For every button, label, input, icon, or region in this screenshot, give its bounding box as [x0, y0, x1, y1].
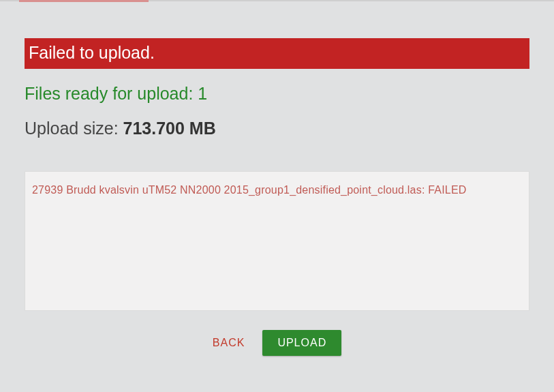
log-entry: 27939 Brudd kvalsvin uTM52 NN2000 2015_g…	[32, 184, 522, 196]
error-banner: Failed to upload.	[25, 38, 529, 69]
upload-panel: Failed to upload. Files ready for upload…	[0, 0, 554, 392]
upload-size-row: Upload size: 713.700 MB	[25, 119, 529, 138]
files-ready-count: 1	[198, 84, 207, 103]
back-button[interactable]: BACK	[213, 337, 245, 349]
files-ready-label: Files ready for upload:	[25, 84, 193, 103]
upload-size-label: Upload size:	[25, 119, 119, 138]
content-area: Failed to upload. Files ready for upload…	[0, 1, 554, 368]
action-bar: BACK UPLOAD	[25, 330, 529, 356]
error-text: Failed to upload.	[29, 43, 155, 62]
upload-size-value: 713.700 MB	[123, 119, 216, 138]
upload-log: 27939 Brudd kvalsvin uTM52 NN2000 2015_g…	[25, 171, 529, 311]
tab-accent	[19, 0, 149, 2]
upload-button[interactable]: UPLOAD	[262, 330, 341, 356]
files-ready-row: Files ready for upload: 1	[25, 84, 529, 104]
